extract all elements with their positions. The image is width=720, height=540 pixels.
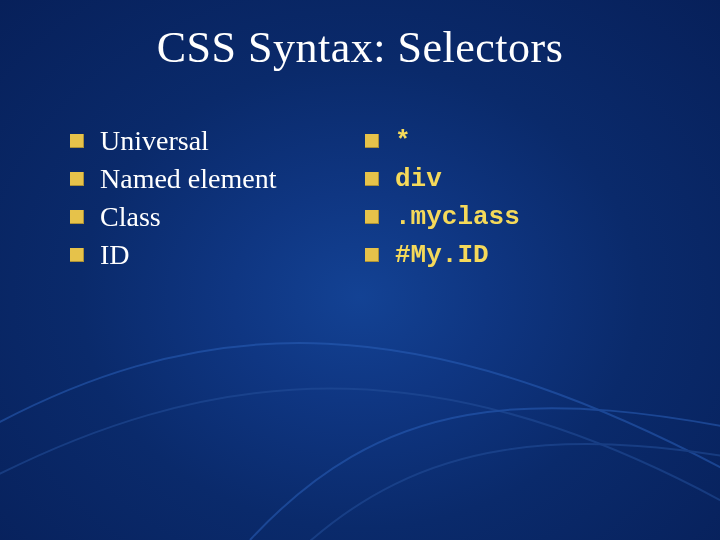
square-bullet-icon	[70, 248, 84, 262]
selector-syntax: .myclass	[395, 200, 520, 234]
selector-syntax: *	[395, 124, 411, 158]
square-bullet-icon	[70, 134, 84, 148]
square-bullet-icon	[365, 210, 379, 224]
selector-name: Universal	[100, 124, 209, 158]
content-columns: Universal Named element Class ID * div .…	[70, 120, 660, 276]
list-item: #My.ID	[365, 238, 660, 272]
selector-name: Named element	[100, 162, 276, 196]
square-bullet-icon	[365, 248, 379, 262]
selector-name: ID	[100, 238, 130, 272]
list-item: Named element	[70, 162, 365, 196]
square-bullet-icon	[70, 172, 84, 186]
list-item: *	[365, 124, 660, 158]
list-item: div	[365, 162, 660, 196]
selector-syntax: div	[395, 162, 442, 196]
selector-name: Class	[100, 200, 161, 234]
square-bullet-icon	[365, 172, 379, 186]
list-item: ID	[70, 238, 365, 272]
background-swoosh	[0, 240, 720, 540]
slide-title: CSS Syntax: Selectors	[0, 22, 720, 73]
selector-syntax: #My.ID	[395, 238, 489, 272]
left-column: Universal Named element Class ID	[70, 120, 365, 276]
right-column: * div .myclass #My.ID	[365, 120, 660, 276]
list-item: Universal	[70, 124, 365, 158]
list-item: .myclass	[365, 200, 660, 234]
list-item: Class	[70, 200, 365, 234]
square-bullet-icon	[365, 134, 379, 148]
square-bullet-icon	[70, 210, 84, 224]
